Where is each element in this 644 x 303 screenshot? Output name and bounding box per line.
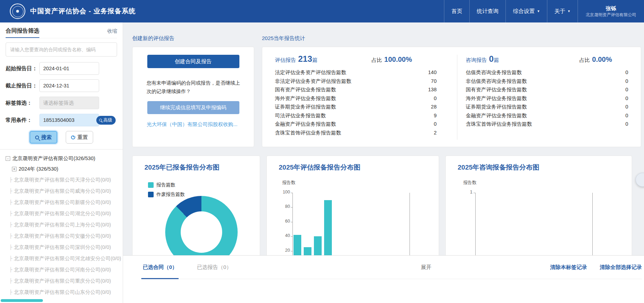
tree-node-branch[interactable]: ├ 北京晟明资产评估有限公司重庆分公司(0/0) — [9, 275, 117, 286]
stat-row: 估值类咨询业务报告篇数0 — [466, 68, 628, 77]
expand-panel-link[interactable]: 展开 — [421, 264, 431, 271]
tree-node-branch[interactable]: ├ 北京晟明资产评估有限公司上海分公司(0/0) — [9, 219, 117, 230]
continue-fill-button[interactable]: 继续完成信息填写及申报编码 — [147, 101, 239, 114]
draft-report-link[interactable]: 光大环保（中国）有限公司拟股权收购... — [147, 121, 240, 128]
collapse-sidebar-link[interactable]: 收缩 — [107, 27, 117, 34]
tree-branch-icon: ├ — [9, 197, 12, 208]
common-condition-label: 常用条件： — [6, 117, 39, 124]
y-tick-mark — [291, 222, 292, 222]
tree-node-branch[interactable]: ├ 北京晟明资产评估有限公司新疆分公司(0/0) — [9, 197, 117, 208]
advanced-label: 高级 — [103, 117, 112, 123]
legend-item: 报告篇数 — [148, 182, 260, 188]
share-group: 占比 100.00% — [372, 55, 412, 64]
app-title: 中国资产评估协会 - 业务报备系统 — [30, 7, 136, 16]
stat-label: 海外资产评估业务报告篇数 — [466, 94, 527, 103]
stat-label: 估值类咨询业务报告篇数 — [466, 68, 522, 77]
user-menu[interactable]: 张铄 北京晟明资产评估有限公司 — [578, 0, 644, 22]
y-tick-mark — [291, 236, 292, 237]
create-report-card: 创建合同及报告 您有未申请编码的合同或报告，是否继续上次的记录继续操作？ 继续完… — [132, 47, 254, 147]
stat-value: 140 — [428, 68, 437, 77]
consulting-stats-header: 咨询报告 0 篇 占比 0.00% — [466, 54, 628, 64]
tree-node-branch[interactable]: ├ 北京晟明资产评估有限公司湖北分公司(0/0) — [9, 208, 117, 219]
chart2-plot: 报告数 10080604020 — [267, 156, 439, 264]
collapse-node-icon[interactable]: - — [6, 156, 10, 161]
nav-home[interactable]: 首页 — [444, 0, 469, 22]
tree-node-branch[interactable]: ├ 北京晟明资产评估有限公司深圳分公司(0/0) — [9, 242, 117, 253]
stat-row: 海外资产评估业务报告篇数0 — [466, 94, 628, 103]
tag-filter-input[interactable] — [39, 97, 99, 109]
advanced-search-button[interactable]: 高级 — [96, 116, 116, 125]
stat-row: 金融资产评估业务报告篇数0 — [466, 111, 628, 120]
tree-node-branch[interactable]: ├ 北京晟明资产评估有限公司安徽分公司(0/0) — [9, 230, 117, 242]
category-label: 评估报告 — [275, 57, 296, 64]
section-titles: 创建新的评估报告 2025当年报告统计 — [132, 35, 641, 42]
stat-row: 证券期货业务评估报告篇数28 — [275, 103, 437, 111]
clear-all-selection-link[interactable]: 清除全部选择记录 — [600, 264, 642, 271]
bars-container — [293, 193, 409, 264]
tree-branch-icon: ├ — [9, 275, 12, 286]
tree-node-2024[interactable]: + 2024年 (326/530) — [12, 164, 117, 174]
expand-node-icon[interactable]: + — [12, 167, 17, 171]
stat-row: 含珠宝首饰评估业务报告篇数0 — [466, 120, 628, 129]
tree-branch-icon: ├ — [9, 242, 12, 253]
plot-right-border — [592, 193, 593, 264]
nav-settings-label: 综合设置 — [513, 8, 535, 15]
y-axis-label: 报告数 — [282, 180, 296, 186]
stat-row: 金融资产评估业务报告篇数0 — [275, 120, 437, 129]
user-name: 张铄 — [606, 5, 616, 12]
report-count-unit: 篇 — [312, 57, 317, 64]
nav-settings[interactable]: 综合设置 ▼ — [506, 0, 547, 22]
common-condition-input[interactable] — [39, 114, 99, 126]
tree-node-branch[interactable]: ├ 北京晟明资产评估有限公司威海分公司(0/0) — [9, 185, 117, 197]
appraisal-report-column: 评估报告 213 篇 占比 100.00% 法定评估业务资产评估报告篇数140 … — [275, 54, 437, 147]
tree-node-branch[interactable]: ├ 北京晟明资产评估有限公司天津分公司(0/0) — [9, 174, 117, 185]
share-label: 占比 — [372, 57, 382, 64]
contract-report-search-input[interactable] — [6, 42, 117, 57]
create-contract-report-button[interactable]: 创建合同及报告 — [147, 55, 239, 68]
tree-node-branch[interactable]: ├ 北京晟明资产评估有限公司河南分公司(0/0) — [9, 264, 117, 275]
section-title-create: 创建新的评估报告 — [132, 35, 262, 42]
appraisal-stats-header: 评估报告 213 篇 占比 100.00% — [275, 54, 437, 64]
plot-right-border — [410, 193, 410, 264]
chart-title: 2025年已报备报告分布图 — [144, 163, 260, 172]
tree-branch-label: 北京晟明资产评估有限公司深圳分公司(0/0) — [14, 242, 111, 253]
search-button-label: 搜索 — [41, 134, 52, 141]
horizontal-scrollbar-thumb[interactable] — [1, 299, 43, 302]
stat-row: 非估值类咨询业务报告篇数0 — [466, 77, 628, 86]
stat-value: 0 — [434, 120, 437, 129]
reset-button[interactable]: 重置 — [66, 131, 93, 144]
stat-value: 2 — [434, 129, 437, 137]
chevron-down-icon: ▼ — [567, 9, 571, 13]
tree-branch-label: 北京晟明资产评估有限公司新疆分公司(0/0) — [14, 197, 111, 208]
tag-filter-row: 标签筛选： — [6, 97, 117, 109]
tree-node-branch[interactable]: ├ 北京晟明资产评估有限公司山东分公司(0/0) — [9, 286, 117, 298]
tab-selected-reports[interactable]: 已选报告（0） — [195, 256, 233, 279]
nav-home-label: 首页 — [451, 8, 462, 15]
selection-bottom-panel: 已选合同（0） 已选报告（0） 展开 清除本标签记录 清除全部选择记录 — [123, 255, 644, 303]
clear-tag-records-link[interactable]: 清除本标签记录 — [550, 264, 587, 271]
bar — [324, 200, 332, 264]
end-date-row: 截止报告日： — [6, 79, 117, 92]
tree-branch-label: 北京晟明资产评估有限公司天津分公司(0/0) — [14, 174, 111, 185]
stat-label: 法定评估业务资产评估报告篇数 — [275, 68, 346, 77]
start-date-input[interactable] — [39, 62, 99, 75]
stat-label: 含珠宝首饰评估业务报告篇数 — [275, 129, 341, 137]
search-button[interactable]: 搜索 — [30, 131, 57, 144]
start-date-label: 起始报告日： — [6, 65, 39, 72]
tab-selected-contracts[interactable]: 已选合同（0） — [141, 256, 179, 279]
nav-statistics-query[interactable]: 统计查询 — [470, 0, 505, 22]
refresh-icon — [71, 135, 75, 139]
tree-node-branch[interactable]: ├ 北京晟明资产评估有限公司河北雄安分公司(0/0) — [9, 253, 117, 264]
tree-branch-label: 北京晟明资产评估有限公司河北雄安分公司(0/0) — [14, 253, 121, 264]
stat-row: 司法评估业务报告篇数9 — [275, 111, 437, 120]
filter-header: 合同报告筛选 收缩 — [6, 27, 117, 38]
end-date-input[interactable] — [39, 79, 99, 92]
tree-node-root[interactable]: - 北京晟明资产评估有限公司(326/530) — [6, 153, 117, 164]
stat-label: 国有资产评估业务报告篇数 — [275, 85, 336, 94]
unfinished-prompt-text: 您有未申请编码的合同或报告，是否继续上次的记录继续操作？ — [147, 79, 240, 95]
stat-value: 0 — [625, 94, 628, 103]
tree-branch-label: 北京晟明资产评估有限公司上海分公司(0/0) — [14, 219, 111, 230]
tree-year-label: 2024年 (326/530) — [19, 164, 58, 174]
stat-label: 含珠宝首饰评估业务报告篇数 — [466, 120, 532, 129]
nav-about[interactable]: 关于 ▼ — [547, 0, 578, 22]
